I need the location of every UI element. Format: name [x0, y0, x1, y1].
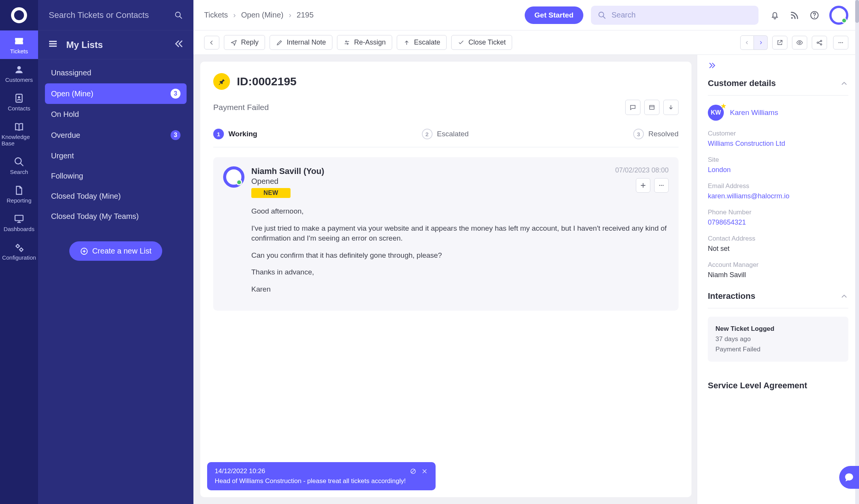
sidebar-item-closed-today-mine-[interactable]: Closed Today (Mine) [45, 187, 187, 206]
search-icon [598, 11, 606, 19]
sidebar-item-unassigned[interactable]: Unassigned [45, 63, 187, 83]
users-icon [14, 64, 24, 75]
popout-button[interactable] [772, 36, 787, 49]
pin-badge[interactable] [213, 73, 230, 90]
expand-panel-icon[interactable] [708, 61, 717, 70]
plus-circle-icon [80, 247, 88, 255]
sidebar: My Lists UnassignedOpen (Mine)3On HoldOv… [38, 0, 193, 504]
main: Tickets›Open (Mine)›2195 Get Started Rep… [193, 0, 859, 504]
scrollbar-thumb[interactable] [855, 0, 859, 23]
collapse-sidebar-icon[interactable] [173, 38, 184, 52]
topbar: Tickets›Open (Mine)›2195 Get Started [193, 0, 859, 30]
chat-bubble-icon [844, 472, 854, 483]
detail-contact-address: Contact AddressNot set [708, 235, 848, 253]
jump-bottom-button[interactable] [663, 100, 679, 115]
message-status: Opened [251, 177, 324, 186]
step-escalated[interactable]: 2Escalated [422, 129, 469, 139]
sidebar-item-open-mine-[interactable]: Open (Mine)3 [45, 83, 187, 104]
rail-item-customers[interactable]: Customers [0, 59, 38, 88]
scrollbar[interactable] [855, 0, 859, 504]
rss-icon[interactable] [790, 10, 800, 20]
detail-email-address: Email Addresskaren.williams@halocrm.io [708, 182, 848, 200]
sidebar-item-closed-today-my-teams-[interactable]: Closed Today (My Teams) [45, 207, 187, 226]
search-icon [174, 11, 183, 19]
dismiss-forever-icon[interactable] [410, 468, 417, 475]
close-ticket-button[interactable]: Close Ticket [451, 35, 512, 50]
topbar-icons [770, 6, 848, 25]
help-icon[interactable] [810, 10, 819, 20]
sidebar-item-following[interactable]: Following [45, 166, 187, 186]
chevron-up-icon [840, 292, 848, 300]
share-button[interactable] [812, 36, 827, 49]
cog-icon [14, 242, 24, 253]
sidebar-item-overdue[interactable]: Overdue3 [45, 125, 187, 145]
breadcrumb-item[interactable]: Tickets [204, 11, 228, 19]
sidebar-heading: My Lists [66, 40, 103, 50]
detail-site: SiteLondon [708, 156, 848, 174]
customer-details-heading[interactable]: Customer details [708, 75, 848, 96]
customer-avatar[interactable]: KW★ [708, 105, 724, 121]
eye-icon [796, 39, 803, 46]
more-actions-button[interactable] [833, 36, 848, 49]
back-button[interactable] [204, 36, 219, 49]
bottom-note: 14/12/2022 10:26 Head of Williams Constr… [207, 462, 436, 490]
rail-item-contacts[interactable]: Contacts [0, 88, 38, 116]
interactions-heading[interactable]: Interactions [708, 287, 848, 308]
pager-prev[interactable] [740, 35, 754, 50]
sidebar-search[interactable] [38, 0, 193, 30]
rail-item-configuration[interactable]: Configuration [0, 237, 38, 265]
share-icon [816, 39, 823, 46]
toggle-conversation-button[interactable] [625, 100, 640, 115]
customer-name-link[interactable]: Karen Williams [730, 108, 778, 117]
breadcrumb: Tickets›Open (Mine)›2195 [204, 11, 314, 19]
new-badge: NEW [251, 188, 291, 198]
layout-toggle-button[interactable] [644, 100, 659, 115]
logo[interactable] [0, 0, 38, 30]
internal-note-button[interactable]: Internal Note [270, 35, 332, 50]
breadcrumb-item[interactable]: Open (Mine) [241, 11, 283, 19]
sender-avatar[interactable] [223, 166, 244, 188]
star-icon: ★ [721, 102, 726, 110]
sidebar-item-urgent[interactable]: Urgent [45, 146, 187, 166]
reply-button[interactable]: Reply [224, 35, 265, 50]
message-body: Good afternoon,I've just tried to make a… [223, 206, 669, 295]
rail-item-reporting[interactable]: Reporting [0, 180, 38, 208]
pager-next[interactable] [754, 35, 768, 50]
ticket-card: ID:0002195 Payment Failed 1Working2Escal… [200, 62, 691, 497]
interaction-item[interactable]: New Ticket Logged 37 days ago Payment Fa… [708, 317, 848, 362]
chat-fab[interactable] [839, 466, 859, 489]
action-bar: Reply Internal Note Re-Assign Escalate C… [193, 30, 859, 55]
escalate-button[interactable]: Escalate [397, 35, 447, 50]
step-resolved[interactable]: 3Resolved [633, 129, 679, 139]
watch-button[interactable] [792, 36, 807, 49]
message-more-button[interactable] [654, 178, 669, 193]
rail-item-tickets[interactable]: Tickets [0, 30, 38, 59]
step-working[interactable]: 1Working [213, 129, 257, 139]
close-icon[interactable] [421, 468, 428, 475]
add-action-button[interactable] [636, 178, 650, 193]
status-steps: 1Working2Escalated3Resolved [213, 129, 679, 139]
bell-icon[interactable] [770, 10, 780, 20]
menu-icon[interactable] [47, 38, 59, 52]
rail-item-search[interactable]: Search [0, 151, 38, 180]
reassign-button[interactable]: Re-Assign [337, 35, 392, 50]
profile-avatar[interactable] [829, 6, 848, 25]
arrow-up-icon [403, 39, 410, 46]
sidebar-search-input[interactable] [49, 10, 170, 20]
get-started-button[interactable]: Get Started [525, 6, 583, 24]
pencil-icon [276, 39, 283, 46]
rail-item-knowledge-base[interactable]: Knowledge Base [0, 116, 38, 151]
global-search-input[interactable] [612, 11, 752, 19]
global-search[interactable] [591, 6, 758, 25]
count-badge: 3 [171, 130, 180, 140]
file-icon [14, 185, 24, 196]
detail-customer: CustomerWilliams Construction Ltd [708, 130, 848, 148]
contact-icon [14, 93, 24, 104]
create-new-list-button[interactable]: Create a new List [69, 241, 162, 261]
sidebar-item-on-hold[interactable]: On Hold [45, 105, 187, 124]
popout-icon [776, 39, 783, 46]
sla-heading[interactable]: Service Level Agreement [708, 377, 848, 397]
rail-item-dashboards[interactable]: Dashboards [0, 208, 38, 237]
ticket-icon [14, 36, 24, 46]
note-timestamp: 14/12/2022 10:26 [215, 467, 265, 475]
